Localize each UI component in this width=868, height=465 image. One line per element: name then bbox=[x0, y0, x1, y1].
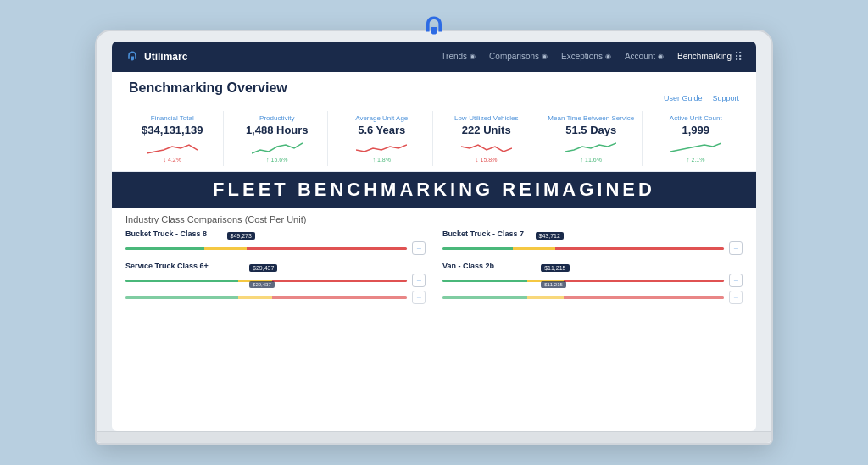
kpi-age-value: 5.6 Years bbox=[338, 124, 426, 136]
arrow-btn-bottom-left[interactable]: → bbox=[412, 291, 426, 304]
arrow-btn-bucket8[interactable]: → bbox=[412, 241, 426, 255]
comparison-bucket8: Bucket Truck - Class 8 $49,273 → bbox=[125, 230, 426, 255]
bar-label-bucket7: $43,712 bbox=[536, 232, 564, 240]
bar-green-bucket8 bbox=[125, 247, 204, 250]
kpi-active-trend: ↑ 2.1% bbox=[653, 157, 740, 163]
comparison-van2b: Van - Class 2b $11,215 → bbox=[442, 262, 743, 287]
bar-yellow-bucket8 bbox=[204, 247, 247, 250]
kpi-financial-trend: ↓ 4.2% bbox=[129, 157, 216, 163]
kpi-productivity-trend: ↑ 15.6% bbox=[234, 157, 321, 163]
arrow-btn-van2b[interactable]: → bbox=[729, 274, 743, 287]
bar-green-bucket7 bbox=[442, 247, 513, 250]
laptop-screen: Utilimarc Trends ◉ Comparisons ◉ Excepti… bbox=[112, 42, 756, 431]
section-title: Industry Class Comparisons (Cost Per Uni… bbox=[125, 214, 743, 224]
nav-account-label: Account bbox=[625, 52, 655, 61]
nav-trends[interactable]: Trends ◉ bbox=[441, 52, 476, 61]
laptop-outer: Utilimarc Trends ◉ Comparisons ◉ Excepti… bbox=[95, 30, 773, 445]
kpi-active-value: 1,999 bbox=[653, 124, 740, 136]
kpi-financial-label: Financial Total bbox=[129, 114, 216, 123]
kpi-row: Financial Total $34,131,139 ↓ 4.2% Produ… bbox=[112, 106, 756, 173]
page-header: Benchmarking Overview User Guide Support bbox=[112, 72, 756, 106]
bar-green-bottom-right bbox=[442, 296, 527, 299]
fleet-banner-text: FLEET BENCHMARKING REIMAGINED bbox=[213, 179, 655, 200]
comparison-bucket8-label: Bucket Truck - Class 8 bbox=[125, 230, 426, 238]
nav-benchmarking-label: Benchmarking bbox=[677, 52, 732, 61]
kpi-age-trend: ↑ 1.8% bbox=[338, 157, 426, 163]
comparison-bottom-right-bar: $11,215 → bbox=[442, 291, 743, 304]
bar-yellow-bucket7 bbox=[513, 247, 555, 250]
kpi-financial-total: Financial Total $34,131,139 ↓ 4.2% bbox=[122, 111, 224, 167]
comparison-service6: Service Truck Class 6+ $29,437 → bbox=[125, 262, 426, 287]
bar-label-service6: $29,437 bbox=[249, 264, 277, 272]
bar-bucket7: $43,712 bbox=[442, 241, 724, 255]
kpi-productivity: Productivity 1,488 Hours ↑ 15.6% bbox=[227, 111, 329, 167]
comparison-grid: Bucket Truck - Class 8 $49,273 → bbox=[125, 230, 743, 287]
comparison-bottom-left-bar: $29,437 → bbox=[125, 291, 426, 304]
bar-label-bottom-left: $29,437 bbox=[249, 281, 275, 288]
nav-comparisons[interactable]: Comparisons ◉ bbox=[489, 52, 548, 61]
comparison-van2b-label: Van - Class 2b bbox=[442, 262, 743, 270]
comparison-bucket7-bar: $43,712 → bbox=[442, 241, 743, 255]
user-guide-link[interactable]: User Guide bbox=[664, 94, 703, 102]
arrow-btn-bottom-right[interactable]: → bbox=[729, 291, 743, 304]
kpi-financial-value: $34,131,139 bbox=[129, 124, 216, 136]
bar-red-bottom-right bbox=[564, 296, 724, 299]
kpi-low-utilized: Low-Utilized Vehicles 222 Units ↓ 15.8% bbox=[437, 111, 538, 167]
fleet-banner: FLEET BENCHMARKING REIMAGINED bbox=[112, 172, 756, 208]
laptop-base bbox=[97, 431, 771, 443]
nav-exceptions[interactable]: Exceptions ◉ bbox=[561, 52, 611, 61]
kpi-productivity-label: Productivity bbox=[234, 114, 321, 123]
bar-red-bucket7 bbox=[555, 247, 724, 250]
comparison-bottom-left: $29,437 → bbox=[125, 291, 426, 304]
kpi-active-label: Active Unit Count bbox=[653, 114, 740, 123]
bar-red-service6 bbox=[272, 280, 407, 282]
bar-track-van2b: $11,215 bbox=[442, 280, 724, 282]
kpi-active-count: Active Unit Count 1,999 ↑ 2.1% bbox=[646, 111, 747, 167]
nav-benchmarking-icon: ⠿ bbox=[734, 50, 743, 64]
bar-yellow-bottom-left bbox=[238, 296, 272, 299]
bar-track-bottom-left: $29,437 bbox=[125, 296, 407, 299]
support-link[interactable]: Support bbox=[712, 94, 739, 102]
kpi-low-value: 222 Units bbox=[443, 124, 531, 136]
nav-account-icon: ◉ bbox=[658, 53, 664, 60]
comparison-service6-bar: $29,437 → bbox=[125, 274, 426, 287]
nav-benchmarking[interactable]: Benchmarking ⠿ bbox=[677, 50, 743, 64]
brand: Utilimarc bbox=[125, 50, 187, 64]
nav-account[interactable]: Account ◉ bbox=[625, 52, 664, 61]
bar-green-service6 bbox=[125, 280, 238, 282]
kpi-age-label: Average Unit Age bbox=[338, 114, 426, 123]
brand-name: Utilimarc bbox=[144, 51, 187, 63]
bar-green-van2b bbox=[442, 280, 527, 282]
bar-van2b: $11,215 bbox=[442, 274, 724, 287]
nav-comparisons-label: Comparisons bbox=[489, 52, 539, 61]
arrow-btn-bucket7[interactable]: → bbox=[729, 241, 743, 255]
bar-label-van2b: $11,215 bbox=[541, 264, 569, 272]
bar-green-bottom-left bbox=[125, 296, 238, 299]
laptop-wrapper: Utilimarc Trends ◉ Comparisons ◉ Excepti… bbox=[86, 21, 782, 453]
kpi-productivity-value: 1,488 Hours bbox=[234, 124, 321, 136]
bar-bottom-right: $11,215 bbox=[442, 291, 724, 304]
bar-red-bucket8 bbox=[247, 247, 407, 250]
nav-comparisons-icon: ◉ bbox=[542, 53, 548, 60]
comparison-bottom-right: $11,215 → bbox=[442, 291, 743, 304]
section-subtitle: (Cost Per Unit) bbox=[245, 214, 307, 224]
top-logo bbox=[419, 12, 449, 46]
nav-exceptions-label: Exceptions bbox=[561, 52, 603, 61]
nav-trends-label: Trends bbox=[441, 52, 467, 61]
kpi-low-label: Low-Utilized Vehicles bbox=[443, 114, 531, 123]
bar-red-bottom-left bbox=[272, 296, 407, 299]
kpi-mtbs-trend: ↑ 11.6% bbox=[548, 157, 635, 163]
nav-trends-icon: ◉ bbox=[470, 53, 476, 60]
bar-track-bucket7: $43,712 bbox=[442, 247, 724, 250]
kpi-mtbs-label: Mean Time Between Service bbox=[548, 114, 635, 123]
kpi-mtbs-value: 51.5 Days bbox=[548, 124, 635, 136]
comparison-grid-bottom: $29,437 → bbox=[125, 291, 743, 304]
comparison-bucket7-label: Bucket Truck - Class 7 bbox=[442, 230, 743, 238]
kpi-avg-unit-age: Average Unit Age 5.6 Years ↑ 1.8% bbox=[331, 111, 433, 167]
kpi-mtbs: Mean Time Between Service 51.5 Days ↑ 11… bbox=[541, 111, 643, 167]
bar-red-van2b bbox=[564, 280, 724, 282]
comparison-bucket8-bar: $49,273 → bbox=[125, 241, 426, 255]
arrow-btn-service6[interactable]: → bbox=[412, 274, 426, 287]
nav-items: Trends ◉ Comparisons ◉ Exceptions ◉ Acco… bbox=[441, 50, 743, 64]
comparison-bucket7: Bucket Truck - Class 7 $43,712 → bbox=[442, 230, 743, 255]
